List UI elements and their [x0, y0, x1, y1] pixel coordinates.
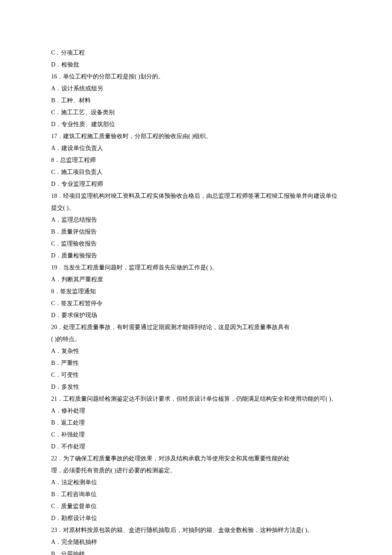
text-line: D．质量检验报告 — [51, 250, 341, 262]
text-line: B．分层抽样 — [51, 548, 341, 555]
text-line: D．多发性 — [51, 381, 341, 393]
text-line: D．要求保护现场 — [51, 309, 341, 321]
text-line: 8．总监理工程师 — [51, 154, 341, 166]
text-line: 8．签发监理通知 — [51, 286, 341, 298]
text-line: C．施工项目负责人 — [51, 166, 341, 178]
text-line: B．质量评估报告 — [51, 226, 341, 238]
text-line: D．检验批 — [51, 59, 341, 71]
text-line: C．施工工艺、设备类别 — [51, 107, 341, 119]
text-line: A．判断其严重程度 — [51, 274, 341, 286]
text-line: B．工程咨询单位 — [51, 489, 341, 500]
text-line: A．监理总结报告 — [51, 214, 341, 226]
text-line: B．返工处理 — [51, 417, 341, 429]
text-line: D．专业监理工程师 — [51, 178, 341, 190]
text-line: B．工种、材料 — [51, 95, 341, 107]
text-line: C．可变性 — [51, 369, 341, 381]
text-line: C．签发工程暂停令 — [51, 298, 341, 309]
text-line: C．质量监督单位 — [51, 500, 341, 512]
text-line: 16．单位工程中的分部工程是按( )划分的。 — [51, 71, 341, 83]
text-line: D．不作处理 — [51, 441, 341, 453]
text-line: 18．经项目监理机构对竣工资料及工程实体预验收合格后，由总监理工程师签署工程竣工… — [51, 190, 341, 214]
text-line: 22．为了确保工程质量事故的处理效果，对涉及结构承载力等使用安全和其他重要性能的… — [51, 453, 341, 465]
text-line: C．监理验收报告 — [51, 238, 341, 250]
text-line: A．设计系统或组另 — [51, 83, 341, 95]
text-line: 17．建筑工程施工质量验收时，分部工程的验收应由( )组织。 — [51, 130, 341, 142]
text-line: ( )的特点。 — [51, 333, 341, 345]
text-line: C．补强处理 — [51, 429, 341, 441]
text-line: A．完全随机抽样 — [51, 536, 341, 548]
text-line: 19．当发生工程质量问题时，监理工程师首先应做的工作是( )。 — [51, 262, 341, 274]
text-line: 23．对原材料按原包装的箱、盒进行随机抽取后，对抽到的箱、盒做全数检验，这种抽样… — [51, 524, 341, 536]
text-line: A．修补处理 — [51, 405, 341, 417]
text-line: 理，必须委托有资质的( )进行必要的检测鉴定。 — [51, 465, 341, 477]
exam-document-body: C．分项工程D．检验批16．单位工程中的分部工程是按( )划分的。A．设计系统或… — [51, 47, 341, 555]
text-line: A．法定检测单位 — [51, 477, 341, 489]
text-line: 20．处理工程质量事故，有时需要通过定期观测才能得到结论，这是因为工程质量事故具… — [51, 321, 341, 333]
text-line: C．分项工程 — [51, 47, 341, 59]
text-line: D．勘察设计单位 — [51, 512, 341, 524]
text-line: A．建设单位负责人 — [51, 142, 341, 154]
text-line: 21．工程质量问题经检测鉴定达不到设计要求，但经原设计单位核算，仍能满足结构安全… — [51, 393, 341, 405]
text-line: A．复杂性 — [51, 345, 341, 357]
text-line: B．严重性 — [51, 357, 341, 369]
text-line: D．专业性质、建筑部位 — [51, 119, 341, 130]
